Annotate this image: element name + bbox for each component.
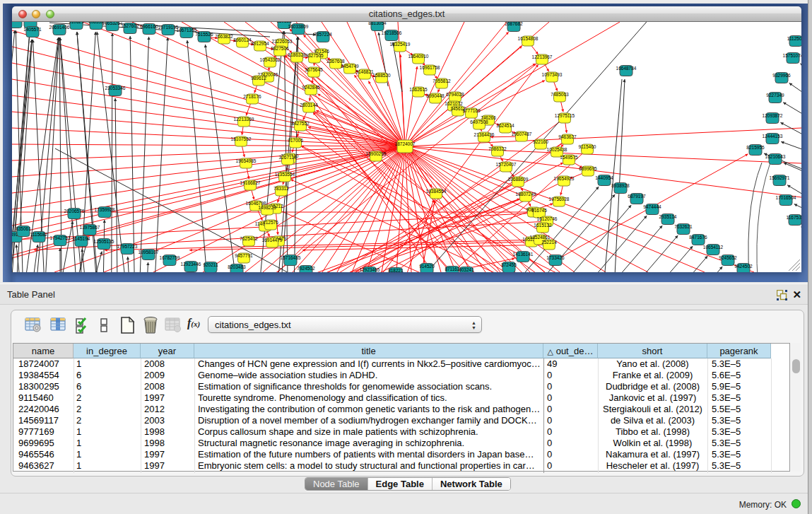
svg-text:818221: 818221 [388,268,404,273]
svg-text:12923465: 12923465 [360,267,380,272]
svg-text:9227349: 9227349 [766,93,784,98]
svg-text:19654923: 19654923 [554,176,575,181]
svg-text:7632621: 7632621 [674,224,693,229]
svg-text:10543362: 10543362 [260,57,281,62]
svg-text:10958107: 10958107 [139,250,159,255]
svg-text:16120746: 16120746 [537,216,558,221]
svg-text:6879197: 6879197 [628,194,646,199]
svg-text:20206576: 20206576 [64,209,85,214]
svg-text:9463627: 9463627 [558,134,577,139]
svg-text:100855: 100855 [12,22,23,23]
svg-text:1588520: 1588520 [372,73,391,78]
svg-text:6794028: 6794028 [446,92,464,97]
svg-text:12213369: 12213369 [234,117,254,122]
svg-text:17359928: 17359928 [95,207,115,212]
svg-text:18107552: 18107552 [231,136,252,141]
svg-text:1498223: 1498223 [258,205,276,210]
svg-text:19756928: 19756928 [549,197,570,201]
svg-text:8454749: 8454749 [341,64,359,69]
svg-text:8186328: 8186328 [288,52,306,57]
svg-text:8938928: 8938928 [611,183,630,188]
svg-text:1145194: 1145194 [73,236,90,241]
svg-text:18724007: 18724007 [395,141,416,146]
svg-text:914520: 914520 [419,264,435,269]
svg-text:7625402: 7625402 [240,236,258,241]
svg-text:16782759: 16782759 [160,255,180,260]
svg-text:2803144: 2803144 [300,103,318,107]
svg-text:15720407: 15720407 [496,162,517,167]
svg-text:1549575: 1549575 [560,155,578,160]
svg-text:10653267: 10653267 [102,22,123,25]
svg-text:1115682: 1115682 [30,232,48,237]
svg-text:16210643: 16210643 [765,154,786,159]
svg-text:871162: 871162 [445,267,460,271]
svg-text:9827506: 9827506 [271,46,289,51]
svg-text:15751074: 15751074 [783,53,801,58]
svg-text:10671355: 10671355 [177,28,197,33]
svg-text:7924502: 7924502 [297,266,315,271]
svg-text:7857224: 7857224 [314,32,332,37]
svg-text:8912954: 8912954 [251,41,269,46]
svg-text:1615132: 1615132 [534,223,552,228]
svg-text:10973493: 10973493 [542,72,563,77]
svg-text:10688609: 10688609 [508,177,529,182]
svg-text:23053346: 23053346 [105,86,126,90]
svg-text:13524861: 13524861 [530,235,551,240]
svg-text:9245652: 9245652 [719,255,737,260]
svg-text:8990448: 8990448 [426,93,445,98]
svg-text:10025438: 10025438 [547,147,567,152]
svg-text:14136141: 14136141 [513,252,534,257]
svg-text:6966160: 6966160 [140,24,158,29]
svg-text:8813054: 8813054 [368,22,387,25]
svg-text:18807249: 18807249 [516,192,536,197]
svg-text:21364436: 21364436 [474,132,495,137]
svg-text:8471676: 8471676 [689,235,707,240]
svg-text:1527602: 1527602 [121,23,139,28]
svg-text:19384554: 19384554 [426,189,447,194]
svg-text:179181: 179181 [23,22,38,23]
svg-text:9329966: 9329966 [772,73,791,78]
svg-text:2935114: 2935114 [659,214,677,219]
svg-text:1167533: 1167533 [787,215,801,220]
svg-text:2367608: 2367608 [326,59,345,64]
svg-text:1440954: 1440954 [595,175,613,180]
svg-text:6899695: 6899695 [579,166,597,171]
svg-text:9242845: 9242845 [302,85,320,90]
svg-text:19218506: 19218506 [382,30,402,35]
svg-text:15692971: 15692971 [770,175,790,180]
svg-text:17957223: 17957223 [117,244,138,249]
svg-text:7955812: 7955812 [433,78,451,83]
svg-text:9457791: 9457791 [235,253,253,258]
svg-text:3267110: 3267110 [279,155,297,160]
svg-text:19166827: 19166827 [240,180,261,185]
svg-text:8960124: 8960124 [233,37,252,42]
svg-text:7663822: 7663822 [215,34,233,39]
svg-text:13975867: 13975867 [80,225,100,230]
svg-text:9777169: 9777169 [462,108,481,113]
svg-text:1405571: 1405571 [23,27,42,32]
svg-text:7485063: 7485063 [551,92,569,97]
svg-text:23226053: 23226053 [272,39,293,44]
svg-text:1621072: 1621072 [445,101,463,106]
svg-text:18640910: 18640910 [408,54,429,59]
svg-text:20691406: 20691406 [49,25,70,30]
svg-text:12505135: 12505135 [94,239,114,244]
svg-text:17942757: 17942757 [50,235,71,240]
svg-text:2718176: 2718176 [243,94,261,99]
svg-text:13325419: 13325419 [390,42,411,47]
svg-text:15716485: 15716485 [281,255,301,260]
svg-text:8203483: 8203483 [228,264,246,269]
svg-text:916745: 916745 [531,208,547,213]
svg-text:12975115: 12975115 [555,113,575,118]
svg-text:9115460: 9115460 [579,144,596,149]
svg-text:252214: 252214 [541,240,557,245]
svg-text:16648784: 16648784 [616,66,637,71]
svg-text:1733426: 1733426 [546,255,565,260]
svg-text:15900295: 15900295 [366,151,387,156]
svg-text:903241: 903241 [459,267,474,272]
svg-text:16033809: 16033809 [288,24,309,29]
svg-text:10719195: 10719195 [158,25,179,30]
svg-text:3624514: 3624514 [496,123,514,128]
svg-text:2087682: 2087682 [505,22,523,26]
svg-text:9327505: 9327505 [305,53,324,58]
